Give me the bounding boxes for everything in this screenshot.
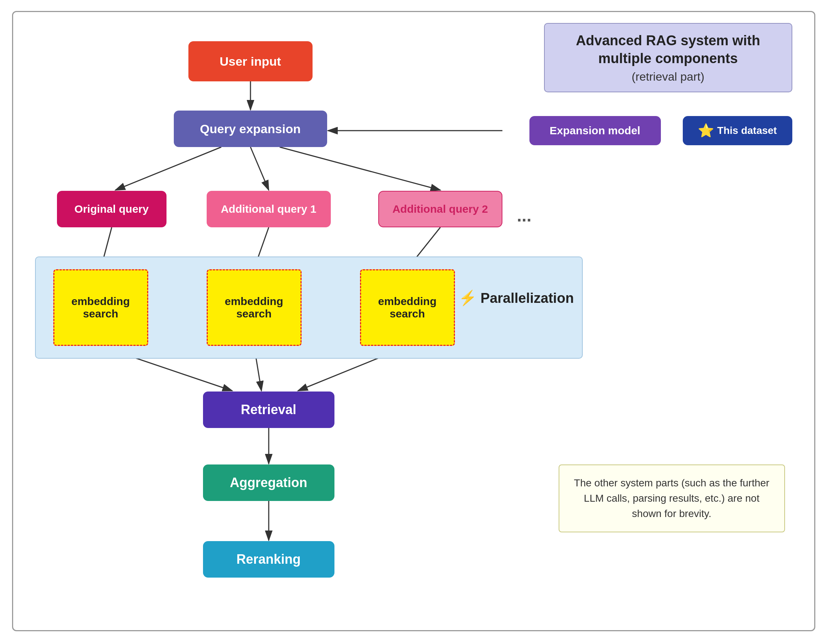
- node-query-expansion: Query expansion: [174, 110, 327, 147]
- node-this-dataset: ⭐ This dataset: [683, 116, 792, 145]
- embedding-search-box-3: embedding search: [360, 269, 455, 346]
- ellipsis: ...: [517, 205, 532, 226]
- node-user-input: User input: [189, 41, 312, 81]
- parallelization-label: ⚡ Parallelization: [459, 289, 574, 306]
- embedding-search-box-2: embedding search: [207, 269, 301, 346]
- title-main: Advanced RAG system with multiple compon…: [556, 32, 781, 68]
- node-aggregation: Aggregation: [203, 465, 334, 501]
- node-reranking: Reranking: [203, 541, 334, 577]
- node-expansion-model: Expansion model: [529, 116, 661, 145]
- node-additional-query-1: Additional query 1: [207, 191, 331, 227]
- node-original-query: Original query: [57, 191, 167, 227]
- title-box: Advanced RAG system with multiple compon…: [544, 23, 792, 92]
- svg-line-2: [250, 147, 269, 190]
- star-icon: ⭐: [698, 123, 714, 138]
- node-retrieval: Retrieval: [203, 392, 334, 428]
- note-box: The other system parts (such as the furt…: [559, 465, 785, 532]
- embedding-search-box-1: embedding search: [53, 269, 148, 346]
- title-sub: (retrieval part): [556, 70, 781, 84]
- diagram-container: Advanced RAG system with multiple compon…: [12, 11, 815, 631]
- svg-line-3: [280, 147, 440, 190]
- svg-line-1: [115, 147, 221, 190]
- lightning-icon: ⚡: [459, 290, 477, 306]
- node-additional-query-2: Additional query 2: [378, 191, 502, 227]
